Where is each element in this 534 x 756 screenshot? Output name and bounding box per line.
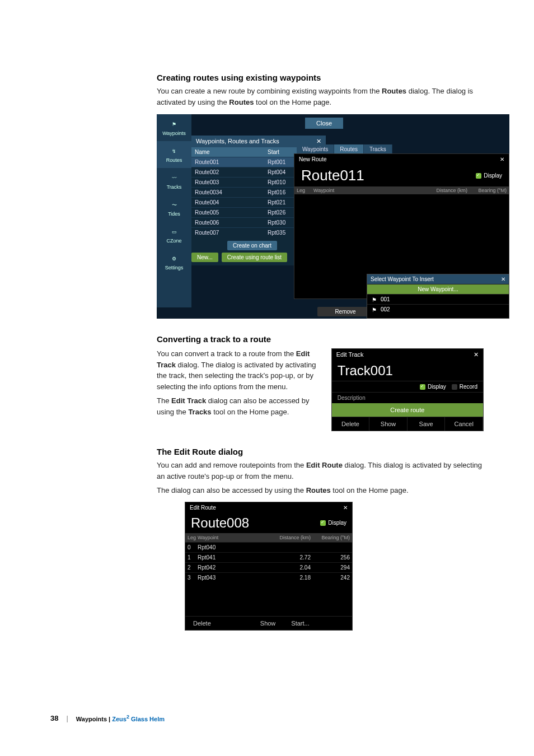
description-field[interactable] — [377, 395, 477, 401]
new-waypoint-button[interactable]: New Waypoint... — [367, 284, 509, 294]
footer-text: Waypoints | Zeus2 Glass Helm — [76, 714, 165, 722]
tab-tracks[interactable]: Tracks — [364, 144, 392, 154]
para: You can add and remove routepoints from … — [157, 460, 484, 482]
cell: 2.04 — [268, 563, 313, 572]
cell: 294 — [313, 563, 352, 572]
sidebar-item-settings[interactable]: ⚙Settings — [157, 249, 191, 276]
text: tool on the Home page. — [212, 408, 289, 416]
flag-icon: ⚑ — [168, 119, 180, 129]
checkbox-empty-icon — [452, 384, 457, 390]
text: tool on the Home page. — [254, 98, 331, 106]
display-checkbox[interactable]: Display — [420, 384, 446, 390]
create-route-button[interactable]: Create route — [332, 403, 483, 417]
cell: 2 — [185, 563, 195, 572]
text-bold: Routes — [306, 486, 331, 494]
show-button[interactable]: Show — [369, 417, 407, 431]
sidebar-item-tides[interactable]: 〜Tides — [157, 195, 191, 222]
sidebar-label: Tides — [168, 211, 180, 217]
remove-button[interactable]: Remove — [317, 307, 373, 316]
screenshot-edit-route: Edit Route✕ Route008 Display Leg Waypoin… — [185, 502, 353, 631]
cell: Route002 — [191, 167, 264, 177]
delete-button[interactable]: Delete — [185, 617, 219, 630]
start-button[interactable]: Start... — [283, 617, 317, 630]
text: The — [157, 396, 171, 405]
sidebar-item-routes[interactable]: ↯Routes — [157, 141, 191, 168]
app-sidebar: ⚑Waypoints ↯Routes 〰Tracks 〜Tides ▭CZone… — [157, 114, 191, 307]
display-checkbox[interactable]: Display — [476, 172, 502, 179]
sidebar-label: Settings — [165, 265, 184, 270]
cell: Route005 — [191, 208, 264, 217]
th-waypoint: Waypoint — [195, 533, 268, 542]
display-checkbox[interactable]: Display — [320, 520, 346, 526]
cancel-button[interactable]: Cancel — [445, 417, 483, 431]
cell: Rpt041 — [195, 553, 268, 562]
text: The dialog can also be accessed by using… — [157, 486, 306, 494]
route-icon: ↯ — [168, 146, 180, 156]
cell — [268, 543, 313, 552]
text: Zeus — [112, 716, 127, 722]
cell — [313, 543, 352, 552]
dialog-title-text: Select Waypoint To Insert — [371, 276, 434, 282]
flag-icon: ⚑ — [372, 307, 377, 312]
cell: Route006 — [191, 218, 264, 227]
cell: Rpt043 — [195, 573, 268, 582]
text: tool on the Home page. — [331, 486, 409, 494]
tides-icon: 〜 — [168, 200, 180, 210]
divider: | — [66, 714, 68, 722]
table-row[interactable]: 1Rpt0412.72256 — [185, 552, 352, 562]
cell: Route007 — [191, 228, 264, 237]
text: You can create a new route by combining … — [157, 87, 382, 95]
waypoint-option[interactable]: ⚑001 — [367, 294, 509, 304]
cell: Route001 — [191, 157, 264, 167]
cell: 2.72 — [268, 553, 313, 562]
waypoint-option[interactable]: ⚑002 — [367, 304, 509, 314]
sidebar-item-czone[interactable]: ▭CZone — [157, 222, 191, 249]
tab-waypoints[interactable]: Waypoints — [297, 144, 334, 154]
cell: Route0034 — [191, 188, 264, 197]
page-footer: 38 | Waypoints | Zeus2 Glass Helm — [50, 714, 165, 722]
cell: 1 — [185, 553, 195, 562]
save-button[interactable]: Save — [407, 417, 446, 431]
table-row[interactable]: 0Rpt040 — [185, 542, 352, 552]
text: dialog. The dialog is activated by activ… — [157, 361, 316, 391]
cell: 256 — [313, 553, 352, 562]
label: 001 — [381, 296, 390, 302]
screenshot-route-dialogs: ⚑Waypoints ↯Routes 〰Tracks 〜Tides ▭CZone… — [157, 114, 509, 319]
th-bearing: Bearing (°M) — [313, 533, 352, 542]
tracks-icon: 〰 — [168, 173, 180, 183]
sidebar-label: Routes — [166, 157, 182, 163]
delete-button[interactable]: Delete — [332, 417, 370, 431]
dialog-select-waypoint: Select Waypoint To Insert✕ New Waypoint.… — [367, 274, 509, 319]
sidebar-label: Waypoints — [162, 130, 186, 136]
sidebar-item-waypoints[interactable]: ⚑Waypoints — [157, 114, 191, 141]
label: Display — [484, 172, 502, 179]
show-button[interactable]: Show — [252, 617, 284, 630]
create-on-chart-button[interactable]: Create on chart — [227, 241, 277, 250]
table-row[interactable]: 3Rpt0432.18242 — [185, 572, 352, 582]
sidebar-label: CZone — [166, 238, 181, 244]
close-icon[interactable]: ✕ — [343, 505, 348, 511]
create-using-route-list-button[interactable]: Create using route list — [222, 253, 287, 262]
label: Record — [460, 384, 477, 390]
close-icon[interactable]: ✕ — [474, 351, 479, 358]
close-icon[interactable]: ✕ — [501, 276, 505, 282]
dialog-label: New Route — [299, 156, 326, 162]
para-creating-routes: You can create a new route by combining … — [157, 86, 484, 108]
route-title: Route011 — [301, 167, 364, 184]
dialog-title: Edit Route — [190, 505, 216, 511]
new-button[interactable]: New... — [191, 253, 218, 262]
tab-routes[interactable]: Routes — [334, 144, 364, 154]
th-leg: Leg — [297, 188, 313, 193]
route-title: Route008 — [191, 515, 249, 531]
close-icon[interactable]: ✕ — [500, 156, 504, 162]
table-row[interactable]: 2Rpt0422.04294 — [185, 562, 352, 572]
sidebar-item-tracks[interactable]: 〰Tracks — [157, 168, 191, 195]
dialog-title: Edit Track — [336, 351, 364, 358]
cell: Route004 — [191, 198, 264, 207]
text: Waypoints | — [76, 716, 112, 722]
text-bold: Edit Track — [171, 396, 206, 405]
record-checkbox[interactable]: Record — [452, 384, 477, 390]
close-button[interactable]: Close — [305, 118, 343, 129]
th-distance: Distance (km) — [268, 533, 313, 542]
track-title: Track001 — [332, 361, 483, 381]
